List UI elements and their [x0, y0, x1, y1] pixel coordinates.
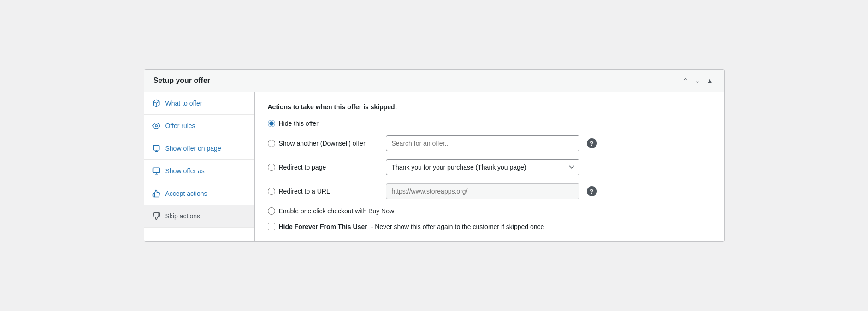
- hide-offer-label[interactable]: Hide this offer: [268, 120, 378, 127]
- sidebar-item-show-offer-on-page-label: Show offer on page: [165, 145, 221, 152]
- redirect-url-help-icon[interactable]: ?: [587, 186, 597, 196]
- sidebar-item-what-to-offer-label: What to offer: [165, 100, 202, 107]
- redirect-page-label[interactable]: Redirect to page: [268, 164, 378, 171]
- option-row-redirect-url: Redirect to a URL ?: [268, 183, 711, 199]
- section-title: Actions to take when this offer is skipp…: [268, 103, 711, 111]
- svg-rect-2: [153, 145, 159, 150]
- sidebar-item-what-to-offer[interactable]: What to offer: [144, 92, 254, 115]
- header-arrows: ⌃ ⌄ ▲: [681, 76, 715, 85]
- show-offer-as-icon: [152, 166, 161, 176]
- show-another-radio[interactable]: [268, 140, 275, 147]
- redirect-page-text: Redirect to page: [279, 164, 326, 171]
- show-offer-on-page-icon: [152, 144, 161, 153]
- arrow-up-button[interactable]: ⌃: [681, 76, 690, 85]
- offer-search-input[interactable]: [386, 135, 579, 151]
- redirect-url-input[interactable]: [386, 183, 579, 199]
- arrow-down-button[interactable]: ⌄: [693, 76, 702, 85]
- sidebar-item-show-offer-as[interactable]: Show offer as: [144, 160, 254, 182]
- sidebar-item-accept-actions[interactable]: Accept actions: [144, 182, 254, 205]
- enable-checkout-label[interactable]: Enable one click checkout with Buy Now: [268, 207, 395, 215]
- option-row-redirect-page: Redirect to page Thank you for your purc…: [268, 159, 711, 175]
- enable-checkout-text: Enable one click checkout with Buy Now: [279, 207, 395, 215]
- accept-actions-icon: [152, 189, 161, 198]
- show-another-help-icon[interactable]: ?: [587, 138, 597, 148]
- sidebar-item-show-offer-on-page[interactable]: Show offer on page: [144, 137, 254, 160]
- redirect-url-label[interactable]: Redirect to a URL: [268, 188, 378, 195]
- show-another-text: Show another (Downsell) offer: [279, 140, 366, 147]
- offer-rules-icon: [152, 121, 161, 130]
- redirect-url-radio[interactable]: [268, 188, 275, 195]
- svg-point-1: [155, 125, 157, 127]
- hide-offer-radio[interactable]: [268, 120, 275, 127]
- sidebar-item-accept-actions-label: Accept actions: [165, 190, 207, 197]
- option-row-hide-forever: Hide Forever From This User - Never show…: [268, 223, 711, 230]
- option-row-show-another: Show another (Downsell) offer ?: [268, 135, 711, 151]
- panel-header: Setup your offer ⌃ ⌄ ▲: [144, 70, 724, 92]
- show-another-label[interactable]: Show another (Downsell) offer: [268, 140, 378, 147]
- redirect-page-select[interactable]: Thank you for your purchase (Thank you p…: [386, 159, 579, 175]
- sidebar-item-skip-actions-label: Skip actions: [165, 212, 200, 220]
- option-row-hide-offer: Hide this offer: [268, 120, 711, 127]
- arrow-expand-button[interactable]: ▲: [705, 76, 715, 85]
- setup-panel: Setup your offer ⌃ ⌄ ▲ What to offer: [144, 69, 725, 242]
- redirect-page-radio[interactable]: [268, 164, 275, 171]
- svg-rect-5: [153, 168, 159, 173]
- redirect-url-text: Redirect to a URL: [279, 188, 330, 195]
- option-row-enable-checkout: Enable one click checkout with Buy Now: [268, 207, 711, 215]
- skip-actions-icon: [152, 211, 161, 221]
- what-to-offer-icon: [152, 99, 161, 108]
- hide-offer-text: Hide this offer: [279, 120, 319, 127]
- hide-forever-checkbox[interactable]: [268, 223, 275, 230]
- panel-body: What to offer Offer rules: [144, 92, 724, 241]
- hide-forever-bold: Hide Forever From This User: [279, 223, 367, 230]
- main-content: Actions to take when this offer is skipp…: [255, 92, 724, 241]
- options-list: Hide this offer Show another (Downsell) …: [268, 120, 711, 230]
- enable-checkout-radio[interactable]: [268, 207, 275, 215]
- hide-forever-label[interactable]: Hide Forever From This User - Never show…: [279, 223, 544, 230]
- sidebar-item-offer-rules[interactable]: Offer rules: [144, 115, 254, 137]
- sidebar-item-offer-rules-label: Offer rules: [165, 122, 195, 129]
- hide-forever-row: Hide Forever From This User - Never show…: [268, 223, 544, 230]
- sidebar: What to offer Offer rules: [144, 92, 255, 241]
- panel-title: Setup your offer: [154, 76, 211, 85]
- sidebar-item-skip-actions: Skip actions: [144, 205, 254, 228]
- hide-forever-rest: - Never show this offer again to the cus…: [371, 223, 544, 230]
- sidebar-item-show-offer-as-label: Show offer as: [165, 167, 205, 175]
